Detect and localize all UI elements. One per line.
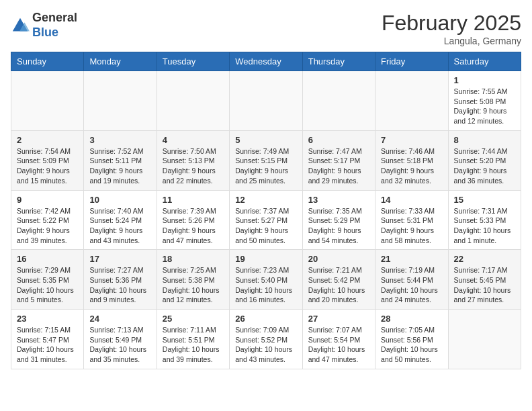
day-cell: 14Sunrise: 7:33 AM Sunset: 5:31 PM Dayli… <box>375 190 448 250</box>
logo-blue-text: Blue <box>32 26 58 39</box>
day-info: Sunrise: 7:17 AM Sunset: 5:45 PM Dayligh… <box>454 265 515 305</box>
day-number: 17 <box>89 254 150 264</box>
day-cell: 4Sunrise: 7:50 AM Sunset: 5:13 PM Daylig… <box>157 130 229 190</box>
day-number: 5 <box>235 135 296 145</box>
day-info: Sunrise: 7:50 AM Sunset: 5:13 PM Dayligh… <box>163 146 224 186</box>
day-number: 28 <box>381 314 442 324</box>
weekday-header-tuesday: Tuesday <box>157 52 229 71</box>
page-header: General Blue February 2025 Langula, Germ… <box>11 11 521 46</box>
day-cell: 2Sunrise: 7:54 AM Sunset: 5:09 PM Daylig… <box>11 130 84 190</box>
day-number: 20 <box>308 254 369 264</box>
day-info: Sunrise: 7:39 AM Sunset: 5:26 PM Dayligh… <box>163 206 224 246</box>
day-info: Sunrise: 7:40 AM Sunset: 5:24 PM Dayligh… <box>89 206 150 246</box>
day-number: 23 <box>17 314 78 324</box>
day-number: 3 <box>89 135 150 145</box>
day-info: Sunrise: 7:25 AM Sunset: 5:38 PM Dayligh… <box>163 265 224 305</box>
day-number: 24 <box>89 314 150 324</box>
day-number: 19 <box>235 254 296 264</box>
day-info: Sunrise: 7:27 AM Sunset: 5:36 PM Dayligh… <box>89 265 150 305</box>
day-cell: 22Sunrise: 7:17 AM Sunset: 5:45 PM Dayli… <box>448 250 521 310</box>
logo: General Blue <box>11 11 77 40</box>
day-cell: 13Sunrise: 7:35 AM Sunset: 5:29 PM Dayli… <box>302 190 375 250</box>
day-cell: 25Sunrise: 7:11 AM Sunset: 5:51 PM Dayli… <box>157 310 229 369</box>
day-cell: 5Sunrise: 7:49 AM Sunset: 5:15 PM Daylig… <box>230 130 302 190</box>
day-number: 27 <box>308 314 369 324</box>
title-section: February 2025 Langula, Germany <box>382 11 521 46</box>
day-number: 8 <box>454 135 515 145</box>
day-number: 25 <box>163 314 224 324</box>
day-info: Sunrise: 7:35 AM Sunset: 5:29 PM Dayligh… <box>308 206 369 246</box>
day-info: Sunrise: 7:21 AM Sunset: 5:42 PM Dayligh… <box>308 265 369 305</box>
logo-icon <box>11 16 30 35</box>
day-info: Sunrise: 7:13 AM Sunset: 5:49 PM Dayligh… <box>89 325 150 365</box>
day-info: Sunrise: 7:44 AM Sunset: 5:20 PM Dayligh… <box>454 146 515 186</box>
weekday-header-thursday: Thursday <box>302 52 375 71</box>
day-number: 22 <box>454 254 515 264</box>
week-row-1: 2Sunrise: 7:54 AM Sunset: 5:09 PM Daylig… <box>11 130 521 190</box>
day-info: Sunrise: 7:55 AM Sunset: 5:08 PM Dayligh… <box>454 87 515 126</box>
week-row-4: 23Sunrise: 7:15 AM Sunset: 5:47 PM Dayli… <box>11 310 521 369</box>
day-cell: 26Sunrise: 7:09 AM Sunset: 5:52 PM Dayli… <box>230 310 302 369</box>
day-number: 11 <box>163 195 224 205</box>
day-cell: 21Sunrise: 7:19 AM Sunset: 5:44 PM Dayli… <box>375 250 448 310</box>
day-info: Sunrise: 7:29 AM Sunset: 5:35 PM Dayligh… <box>17 265 78 305</box>
weekday-header-wednesday: Wednesday <box>230 52 302 71</box>
weekday-header-saturday: Saturday <box>448 52 521 71</box>
day-number: 2 <box>17 135 78 145</box>
weekday-header-friday: Friday <box>375 52 448 71</box>
day-info: Sunrise: 7:37 AM Sunset: 5:27 PM Dayligh… <box>235 206 296 246</box>
day-cell: 23Sunrise: 7:15 AM Sunset: 5:47 PM Dayli… <box>11 310 84 369</box>
day-cell: 8Sunrise: 7:44 AM Sunset: 5:20 PM Daylig… <box>448 130 521 190</box>
day-info: Sunrise: 7:47 AM Sunset: 5:17 PM Dayligh… <box>308 146 369 186</box>
day-cell: 15Sunrise: 7:31 AM Sunset: 5:33 PM Dayli… <box>448 190 521 250</box>
day-cell: 19Sunrise: 7:23 AM Sunset: 5:40 PM Dayli… <box>230 250 302 310</box>
day-number: 12 <box>235 195 296 205</box>
logo-general-text: General <box>32 11 77 24</box>
day-number: 26 <box>235 314 296 324</box>
calendar: SundayMondayTuesdayWednesdayThursdayFrid… <box>11 52 521 369</box>
day-cell <box>230 71 302 131</box>
day-number: 16 <box>17 254 78 264</box>
day-cell: 10Sunrise: 7:40 AM Sunset: 5:24 PM Dayli… <box>84 190 157 250</box>
day-cell: 7Sunrise: 7:46 AM Sunset: 5:18 PM Daylig… <box>375 130 448 190</box>
day-cell: 28Sunrise: 7:05 AM Sunset: 5:56 PM Dayli… <box>375 310 448 369</box>
day-cell <box>157 71 229 131</box>
day-info: Sunrise: 7:15 AM Sunset: 5:47 PM Dayligh… <box>17 325 78 365</box>
weekday-header-sunday: Sunday <box>11 52 84 71</box>
day-cell: 18Sunrise: 7:25 AM Sunset: 5:38 PM Dayli… <box>157 250 229 310</box>
day-info: Sunrise: 7:31 AM Sunset: 5:33 PM Dayligh… <box>454 206 515 246</box>
day-number: 21 <box>381 254 442 264</box>
day-number: 10 <box>89 195 150 205</box>
day-cell <box>375 71 448 131</box>
day-cell: 9Sunrise: 7:42 AM Sunset: 5:22 PM Daylig… <box>11 190 84 250</box>
day-info: Sunrise: 7:46 AM Sunset: 5:18 PM Dayligh… <box>381 146 442 186</box>
day-number: 7 <box>381 135 442 145</box>
day-cell <box>302 71 375 131</box>
day-cell: 27Sunrise: 7:07 AM Sunset: 5:54 PM Dayli… <box>302 310 375 369</box>
day-cell <box>84 71 157 131</box>
month-title: February 2025 <box>382 11 521 36</box>
weekday-header-monday: Monday <box>84 52 157 71</box>
day-number: 9 <box>17 195 78 205</box>
day-cell: 17Sunrise: 7:27 AM Sunset: 5:36 PM Dayli… <box>84 250 157 310</box>
week-row-0: 1Sunrise: 7:55 AM Sunset: 5:08 PM Daylig… <box>11 71 521 131</box>
day-number: 18 <box>163 254 224 264</box>
day-number: 1 <box>454 75 515 85</box>
day-cell <box>11 71 84 131</box>
day-cell: 16Sunrise: 7:29 AM Sunset: 5:35 PM Dayli… <box>11 250 84 310</box>
week-row-3: 16Sunrise: 7:29 AM Sunset: 5:35 PM Dayli… <box>11 250 521 310</box>
day-cell: 1Sunrise: 7:55 AM Sunset: 5:08 PM Daylig… <box>448 71 521 131</box>
day-cell: 6Sunrise: 7:47 AM Sunset: 5:17 PM Daylig… <box>302 130 375 190</box>
day-number: 4 <box>163 135 224 145</box>
weekday-header-row: SundayMondayTuesdayWednesdayThursdayFrid… <box>11 52 521 71</box>
week-row-2: 9Sunrise: 7:42 AM Sunset: 5:22 PM Daylig… <box>11 190 521 250</box>
day-cell: 24Sunrise: 7:13 AM Sunset: 5:49 PM Dayli… <box>84 310 157 369</box>
day-info: Sunrise: 7:54 AM Sunset: 5:09 PM Dayligh… <box>17 146 78 186</box>
day-cell: 3Sunrise: 7:52 AM Sunset: 5:11 PM Daylig… <box>84 130 157 190</box>
day-info: Sunrise: 7:09 AM Sunset: 5:52 PM Dayligh… <box>235 325 296 365</box>
day-number: 15 <box>454 195 515 205</box>
day-info: Sunrise: 7:11 AM Sunset: 5:51 PM Dayligh… <box>163 325 224 365</box>
location: Langula, Germany <box>382 36 521 46</box>
day-cell: 12Sunrise: 7:37 AM Sunset: 5:27 PM Dayli… <box>230 190 302 250</box>
day-number: 13 <box>308 195 369 205</box>
